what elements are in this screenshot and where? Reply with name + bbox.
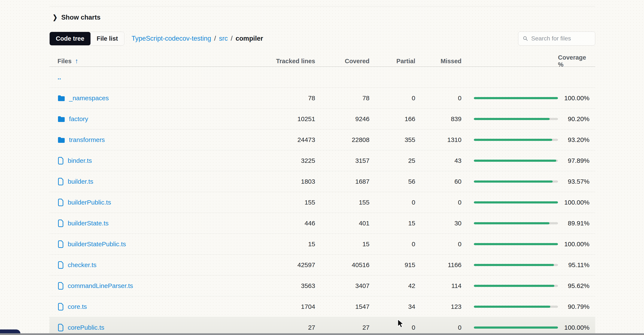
coverage-percent-value: 93.20% bbox=[558, 136, 595, 143]
folder-icon bbox=[58, 136, 65, 143]
show-charts-toggle[interactable]: ❯ Show charts bbox=[52, 14, 100, 21]
partial-value: 34 bbox=[370, 303, 415, 310]
top-divider bbox=[50, 6, 595, 6]
file-link[interactable]: builderStatePublic.ts bbox=[68, 241, 126, 248]
coverage-percent-value: 95.11% bbox=[558, 261, 595, 269]
file-link[interactable]: builderPublic.ts bbox=[68, 199, 111, 206]
code-tree-button[interactable]: Code tree bbox=[50, 32, 90, 45]
column-header-covered[interactable]: Covered bbox=[315, 58, 370, 65]
tracked-lines-value: 155 bbox=[258, 199, 315, 206]
missed-value: 1310 bbox=[415, 136, 462, 143]
file-link[interactable]: core.ts bbox=[68, 303, 87, 310]
coverage-percent-value: 89.91% bbox=[558, 220, 595, 227]
column-header-partial[interactable]: Partial bbox=[370, 58, 415, 65]
table-row: transformers 24473 22808 355 1310 93.20% bbox=[50, 129, 595, 150]
folder-link[interactable]: factory bbox=[69, 115, 88, 123]
bottom-edge-divider bbox=[0, 333, 644, 335]
column-header-files[interactable]: Files ↑ bbox=[50, 57, 258, 65]
breadcrumb-separator: / bbox=[231, 35, 233, 42]
file-icon bbox=[58, 178, 64, 186]
breadcrumb-current: compiler bbox=[236, 35, 263, 42]
files-table: Files ↑ Tracked lines Covered Partial Mi… bbox=[50, 54, 595, 335]
file-link[interactable]: commandLineParser.ts bbox=[68, 282, 133, 290]
covered-value: 27 bbox=[315, 324, 370, 331]
file-link[interactable]: binder.ts bbox=[68, 157, 92, 164]
covered-value: 3407 bbox=[315, 282, 370, 290]
missed-value: 839 bbox=[415, 115, 462, 123]
partial-value: 25 bbox=[370, 157, 415, 164]
toolbar: Code tree File list TypeScript-codecov-t… bbox=[50, 31, 595, 45]
chevron-right-icon: ❯ bbox=[52, 14, 58, 21]
file-icon bbox=[58, 282, 64, 290]
table-header-row: Files ↑ Tracked lines Covered Partial Mi… bbox=[50, 54, 595, 67]
file-icon bbox=[58, 261, 64, 269]
coverage-bar bbox=[462, 285, 558, 287]
coverage-bar bbox=[462, 118, 558, 120]
table-row: binder.ts 3225 3157 25 43 97.89% bbox=[50, 150, 595, 171]
file-link[interactable]: builderState.ts bbox=[68, 220, 108, 227]
tracked-lines-value: 42597 bbox=[258, 261, 315, 269]
partial-value: 355 bbox=[370, 136, 415, 143]
missed-value: 43 bbox=[415, 157, 462, 164]
coverage-percent-value: 100.00% bbox=[558, 324, 595, 331]
covered-value: 78 bbox=[315, 94, 370, 102]
coverage-bar bbox=[462, 306, 558, 308]
missed-value: 0 bbox=[415, 199, 462, 206]
sort-ascending-icon: ↑ bbox=[75, 57, 78, 65]
file-icon bbox=[58, 324, 64, 332]
covered-value: 40516 bbox=[315, 261, 370, 269]
missed-value: 123 bbox=[415, 303, 462, 310]
partial-value: 915 bbox=[370, 261, 415, 269]
file-icon bbox=[58, 157, 64, 165]
partial-value: 166 bbox=[370, 115, 415, 123]
coverage-percent-value: 90.20% bbox=[558, 115, 595, 123]
search-box[interactable] bbox=[518, 31, 595, 45]
table-row: commandLineParser.ts 3563 3407 42 114 95… bbox=[50, 275, 595, 296]
parent-directory-link[interactable]: .. bbox=[58, 74, 61, 81]
missed-value: 30 bbox=[415, 220, 462, 227]
table-row: corePublic.ts 27 27 0 0 100.00% bbox=[50, 317, 595, 335]
coverage-percent-value: 95.62% bbox=[558, 282, 595, 290]
file-icon bbox=[58, 240, 64, 248]
coverage-percent-value: 93.57% bbox=[558, 178, 595, 185]
coverage-bar bbox=[462, 180, 558, 183]
covered-value: 9246 bbox=[315, 115, 370, 123]
tracked-lines-value: 27 bbox=[258, 324, 315, 331]
partial-value: 15 bbox=[370, 220, 415, 227]
tracked-lines-value: 446 bbox=[258, 220, 315, 227]
covered-value: 3157 bbox=[315, 157, 370, 164]
folder-icon bbox=[58, 95, 65, 101]
folder-link[interactable]: transformers bbox=[69, 136, 105, 143]
covered-value: 401 bbox=[315, 220, 370, 227]
parent-directory-row: .. bbox=[50, 67, 595, 88]
folder-icon bbox=[58, 116, 65, 122]
missed-value: 0 bbox=[415, 94, 462, 102]
file-link[interactable]: corePublic.ts bbox=[68, 324, 104, 331]
file-list-button[interactable]: File list bbox=[90, 32, 124, 45]
tracked-lines-value: 10251 bbox=[258, 115, 315, 123]
table-row: factory 10251 9246 166 839 90.20% bbox=[50, 109, 595, 129]
coverage-bar bbox=[462, 160, 558, 162]
table-row: builder.ts 1803 1687 56 60 93.57% bbox=[50, 171, 595, 192]
file-link[interactable]: builder.ts bbox=[68, 178, 93, 185]
column-header-coverage[interactable]: Coverage % bbox=[558, 54, 595, 68]
file-link[interactable]: checker.ts bbox=[68, 261, 96, 269]
tracked-lines-value: 78 bbox=[258, 94, 315, 102]
missed-value: 1166 bbox=[415, 261, 462, 269]
coverage-percent-value: 100.00% bbox=[558, 94, 595, 102]
breadcrumb-src-link[interactable]: src bbox=[219, 35, 228, 42]
table-row: core.ts 1704 1547 34 123 90.79% bbox=[50, 296, 595, 317]
coverage-bar bbox=[462, 327, 558, 329]
tracked-lines-value: 1704 bbox=[258, 303, 315, 310]
file-icon bbox=[58, 219, 64, 227]
tracked-lines-value: 1803 bbox=[258, 178, 315, 185]
search-input[interactable] bbox=[531, 35, 591, 42]
coverage-bar bbox=[462, 243, 558, 245]
column-header-tracked-lines[interactable]: Tracked lines bbox=[258, 58, 315, 65]
breadcrumb-repo-link[interactable]: TypeScript-codecov-testing bbox=[132, 35, 211, 42]
coverage-percent-value: 100.00% bbox=[558, 199, 595, 206]
folder-link[interactable]: _namespaces bbox=[69, 94, 109, 102]
tracked-lines-value: 15 bbox=[258, 241, 315, 248]
column-header-missed[interactable]: Missed bbox=[415, 58, 462, 65]
covered-value: 1547 bbox=[315, 303, 370, 310]
